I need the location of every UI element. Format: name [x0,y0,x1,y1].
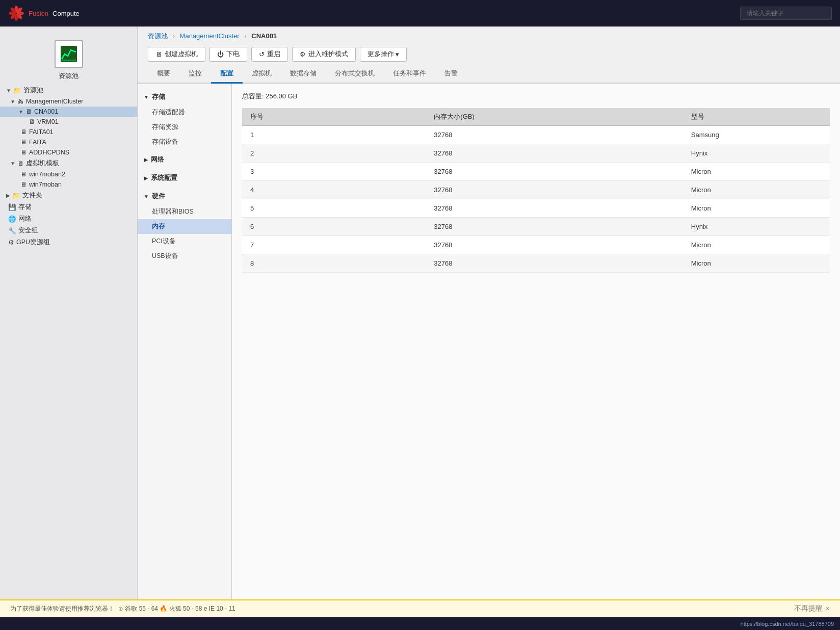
restart-button[interactable]: ↺ 重启 [251,47,288,62]
sidebar-item-gpu-group[interactable]: ⚙ GPU资源组 [0,237,137,248]
tree-item-label: ADDHCPDNS [29,149,69,156]
table-row: 1 32768 Samsung [242,126,830,144]
arrow-icon: ▼ [18,109,23,115]
tree-item-label: 安全组 [18,226,38,235]
arrow-icon: ▶ [6,193,10,198]
sidebar-item-mgmtcluster[interactable]: ▼ 🖧 ManagementCluster [0,96,137,107]
main-layout: 资源池 ▼ 📁 资源池 ▼ 🖧 ManagementCluster ▼ 🖥 CN… [0,27,840,599]
table-row: 5 32768 Micron [242,199,830,218]
vm-icon: 🖥 [20,171,27,178]
cell-seq: 7 [242,236,426,254]
cell-size: 32768 [426,163,682,181]
config-section-sysconfig-header[interactable]: ▶ 系统配置 [138,170,231,186]
tree-item-label: FAITA01 [29,128,54,136]
content-area: 资源池 › ManagementCluster › CNA001 🖥 创建虚拟机… [138,27,840,599]
config-item-processor-bios[interactable]: 处理器和BIOS [138,204,231,219]
sidebar-icon-area: 资源池 [0,32,137,85]
cell-model: Micron [683,181,830,199]
config-item-storage-adapter[interactable]: 存储适配器 [138,105,231,120]
maintenance-icon: ⚙ [300,50,306,58]
tab-monitor[interactable]: 监控 [179,65,211,84]
maintenance-button[interactable]: ⚙ 进入维护模式 [292,47,356,62]
table-row: 7 32768 Micron [242,236,830,254]
col-header-size: 内存大小(GB) [426,108,682,126]
more-actions-button[interactable]: 更多操作 ▾ [360,47,407,62]
security-icon: 🔧 [8,227,16,234]
create-vm-button[interactable]: 🖥 创建虚拟机 [148,47,205,62]
notice-close-icon[interactable]: × [826,605,830,613]
memory-table-body: 1 32768 Samsung 2 32768 Hynix 3 32768 Mi… [242,126,830,273]
sidebar-item-cna001[interactable]: ▼ 🖥 CNA001 [0,107,137,117]
hardware-section-label: 硬件 [152,192,165,201]
cell-size: 32768 [426,181,682,199]
sidebar-item-network[interactable]: 🌐 网络 [0,213,137,225]
config-item-storage-resource[interactable]: 存储资源 [138,120,231,135]
power-off-icon: ⏻ [217,50,224,58]
resource-icon-svg [60,45,78,63]
table-row: 4 32768 Micron [242,181,830,199]
sidebar-item-security-group[interactable]: 🔧 安全组 [0,225,137,237]
config-section-network-header[interactable]: ▶ 网络 [138,151,231,168]
tab-vm[interactable]: 虚拟机 [243,65,281,84]
search-area[interactable] [740,7,832,20]
logo-fusion-text: Fusion [29,10,48,17]
breadcrumb: 资源池 › ManagementCluster › CNA001 [138,27,840,44]
tab-tasks-events[interactable]: 任务和事件 [384,65,435,84]
host-icon: 🖥 [25,108,32,115]
sidebar-item-vrm01[interactable]: 🖥 VRM01 [0,117,137,127]
sidebar-item-faita[interactable]: 🖥 FAITA [0,137,137,147]
huawei-logo-icon [8,5,24,21]
notice-dismiss-area[interactable]: 不再提醒 × [794,604,830,613]
config-section-network: ▶ 网络 [138,151,231,168]
config-item-usb[interactable]: USB设备 [138,249,231,264]
tab-config[interactable]: 配置 [211,65,243,84]
tab-overview[interactable]: 概要 [148,65,179,84]
taskbar-url[interactable]: https://blog.csdn.net/baidu_31788709 [741,621,834,627]
tree-item-label: 虚拟机模板 [26,159,59,168]
sidebar-item-storage[interactable]: 💾 存储 [0,201,137,213]
tab-data-storage[interactable]: 数据存储 [281,65,326,84]
cell-model: Micron [683,236,830,254]
sidebar-item-vm-template[interactable]: ▼ 🖥 虚拟机模板 [0,158,137,169]
config-section-storage-header[interactable]: ▼ 存储 [138,89,231,105]
arrow-icon: ▼ [6,88,11,93]
search-input[interactable] [740,7,832,20]
cell-size: 32768 [426,218,682,236]
tree-item-label: CNA001 [34,108,58,115]
create-vm-icon: 🖥 [155,50,162,58]
cell-size: 32768 [426,126,682,144]
config-item-storage-device[interactable]: 存储设备 [138,135,231,149]
config-item-pci[interactable]: PCI设备 [138,234,231,249]
cell-size: 32768 [426,236,682,254]
breadcrumb-item-1[interactable]: ManagementCluster [180,32,240,40]
breadcrumb-sep-0: › [173,32,175,40]
config-section-hardware-header[interactable]: ▼ 硬件 [138,188,231,204]
vm-icon: 🖥 [20,181,27,188]
breadcrumb-item-0[interactable]: 资源池 [148,32,168,40]
table-row: 3 32768 Micron [242,163,830,181]
sidebar-item-win7moban2[interactable]: 🖥 win7moban2 [0,169,137,179]
taskbar: https://blog.csdn.net/baidu_31788709 [0,617,840,630]
sidebar-item-file-folder[interactable]: ▶ 📁 文件夹 [0,190,137,201]
breadcrumb-sep-1: › [244,32,246,40]
cell-seq: 1 [242,126,426,144]
cell-model: Micron [683,254,830,273]
config-item-memory[interactable]: 内存 [138,219,231,234]
sidebar-item-faita01[interactable]: 🖥 FAITA01 [0,127,137,137]
folder-icon: 📁 [12,192,20,199]
tab-alarms[interactable]: 告警 [435,65,467,84]
notice-dismiss-label[interactable]: 不再提醒 [794,604,823,613]
config-menu: ▼ 存储 存储适配器 存储资源 存储设备 ▶ 网络 [138,84,232,599]
restart-icon: ↺ [259,50,265,58]
sidebar-item-win7moban[interactable]: 🖥 win7moban [0,179,137,190]
notice-main-text: 为了获得最佳体验请使用推荐浏览器！ [10,605,114,613]
sidebar-item-addhcpdns[interactable]: 🖥 ADDHCPDNS [0,147,137,158]
col-header-model: 型号 [683,108,830,126]
network-section-arrow-icon: ▶ [144,157,148,163]
sidebar-item-ziyuanchi[interactable]: ▼ 📁 资源池 [0,85,137,96]
tab-distributed-switch[interactable]: 分布式交换机 [326,65,384,84]
power-off-button[interactable]: ⏻ 下电 [209,47,247,62]
table-row: 8 32768 Micron [242,254,830,273]
create-vm-label: 创建虚拟机 [165,50,198,59]
vm-icon: 🖥 [29,118,35,125]
